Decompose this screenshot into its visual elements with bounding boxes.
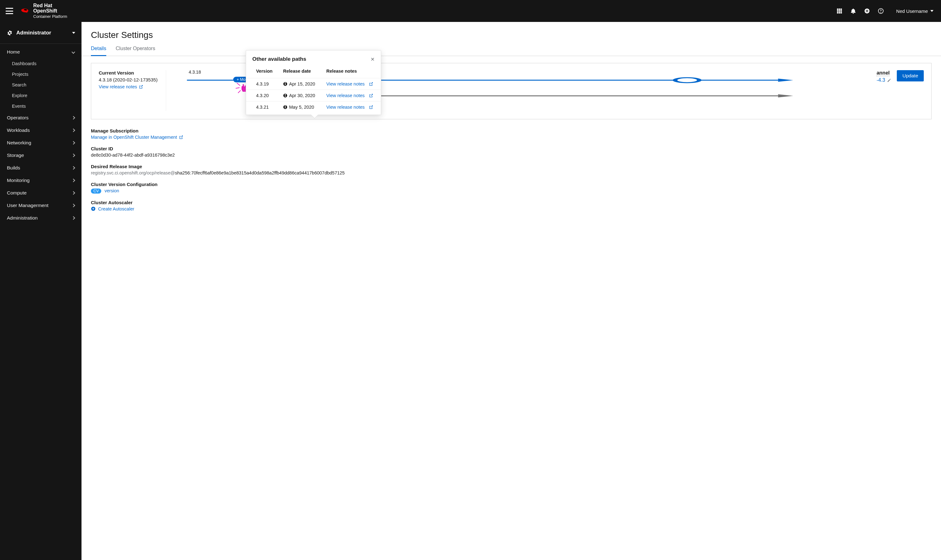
col-version: Version (246, 65, 279, 78)
brand-line3: Container Platform (33, 14, 67, 19)
cv-badge: CV (91, 189, 101, 194)
close-icon[interactable]: ✕ (370, 56, 375, 62)
globe-icon (283, 82, 287, 86)
update-button[interactable]: Update (897, 70, 924, 82)
external-link-icon (369, 105, 373, 109)
chevron-right-icon (71, 216, 75, 220)
table-row: 4.3.21May 5, 2020View release notes (246, 102, 381, 115)
col-release-date: Release date (279, 65, 322, 78)
brand[interactable]: Red Hat OpenShift Container Platform (20, 3, 67, 18)
manage-subscription-link[interactable]: Manage in OpenShift Cluster Management (91, 135, 183, 140)
row-release-notes-link[interactable]: View release notes (326, 82, 373, 86)
nav-sub-explore[interactable]: Explore (0, 90, 82, 101)
col-release-notes: Release notes (322, 65, 381, 78)
brand-line1: Red Hat (33, 3, 52, 8)
chevron-right-icon (71, 116, 75, 119)
tab-details[interactable]: Details (91, 46, 106, 56)
nav-home-label: Home (7, 49, 20, 55)
current-version-value: 4.3.18 (2020-02-12-173535) (99, 77, 158, 82)
globe-icon (283, 105, 287, 109)
chevron-right-icon (71, 128, 75, 132)
chevron-right-icon (71, 141, 75, 145)
apps-icon[interactable] (837, 8, 842, 14)
nav-sub-projects[interactable]: Projects (0, 69, 82, 80)
chevron-right-icon (71, 178, 75, 182)
nav-operators[interactable]: Operators (0, 111, 82, 124)
help-icon[interactable] (878, 8, 884, 14)
globe-icon (283, 93, 287, 98)
available-paths-popover: Other available paths ✕ Version Release … (246, 50, 381, 115)
plus-circle-icon[interactable] (864, 8, 870, 14)
nav-home[interactable]: Home (0, 46, 82, 58)
cell-date: May 5, 2020 (279, 102, 322, 115)
chevron-right-icon (71, 166, 75, 169)
nav-networking[interactable]: Networking (0, 137, 82, 149)
tab-cluster-operators[interactable]: Cluster Operators (116, 46, 155, 56)
nav-user-management[interactable]: User Managerment (0, 199, 82, 212)
gear-icon (7, 30, 12, 36)
bell-icon[interactable] (850, 8, 856, 14)
chevron-right-icon (71, 154, 75, 157)
svg-point-14 (675, 78, 699, 83)
cluster-id-heading: Cluster ID (91, 146, 932, 151)
nav-storage[interactable]: Storage (0, 149, 82, 162)
create-autoscaler-link[interactable]: Create Autoscaler (91, 206, 134, 211)
external-link-icon (179, 135, 183, 139)
current-version-label: Current Version (99, 70, 134, 75)
tabs: Details Cluster Operators (82, 46, 941, 56)
caret-down-icon (72, 32, 75, 34)
release-image-heading: Desired Release Image (91, 164, 932, 169)
table-row: 4.3.20Apr 30, 2020View release notes (246, 90, 381, 102)
cvc-heading: Cluster Version Configuration (91, 182, 932, 187)
svg-marker-10 (778, 78, 793, 82)
cell-version: 4.3.20 (246, 90, 279, 102)
channel-value[interactable]: -4.3 (876, 77, 885, 83)
nav-administration[interactable]: Administration (0, 212, 82, 224)
user-menu[interactable]: Ned Username (896, 8, 933, 14)
page-title: Cluster Settings (91, 30, 932, 40)
graph-current-version: 4.3.18 (189, 69, 201, 75)
perspective-switcher[interactable]: Administrator (0, 22, 82, 44)
popover-title: Other available paths (252, 56, 306, 62)
nav-toggle[interactable] (6, 8, 13, 14)
cluster-id-value: de8c0d30-ad78-44f2-abdf-a9316798c3e2 (91, 152, 932, 157)
masthead: Red Hat OpenShift Container Platform Ned… (0, 0, 941, 22)
nav-monitoring[interactable]: Monitoring (0, 174, 82, 187)
autoscaler-heading: Cluster Autoscaler (91, 200, 932, 205)
main-content: Cluster Settings Details Cluster Operato… (82, 22, 941, 560)
perspective-label: Administrator (16, 30, 51, 36)
edit-icon[interactable] (887, 78, 891, 82)
nav-builds[interactable]: Builds (0, 162, 82, 174)
channel-label: annel (876, 70, 890, 76)
row-release-notes-link[interactable]: View release notes (326, 105, 373, 109)
username: Ned Username (896, 8, 928, 14)
chevron-right-icon (71, 203, 75, 207)
nav-compute[interactable]: Compute (0, 187, 82, 199)
redhat-logo-icon (20, 8, 29, 14)
nav-sub-dashboards[interactable]: Dashboards (0, 58, 82, 69)
table-row: 4.3.19Apr 15, 2020View release notes (246, 78, 381, 90)
brand-line2: OpenShift (33, 8, 57, 14)
paths-table: Version Release date Release notes 4.3.1… (246, 65, 381, 115)
chevron-down-icon (71, 50, 75, 54)
version-card: Current Version 4.3.18 (2020-02-12-17353… (91, 63, 932, 119)
external-link-icon (369, 94, 373, 98)
external-link-icon (369, 82, 373, 86)
cell-date: Apr 15, 2020 (279, 78, 322, 90)
cell-version: 4.3.21 (246, 102, 279, 115)
nav-sub-events[interactable]: Events (0, 101, 82, 111)
release-notes-link[interactable]: View release notes (99, 84, 143, 89)
plus-circle-icon (91, 206, 96, 211)
nav-sub-search[interactable]: Search (0, 80, 82, 90)
cvc-link[interactable]: version (104, 188, 119, 193)
sidebar: Administrator Home Dashboards Projects S… (0, 22, 82, 560)
cell-version: 4.3.19 (246, 78, 279, 90)
nav-workloads[interactable]: Workloads (0, 124, 82, 137)
subscription-heading: Manage Subscription (91, 128, 932, 134)
cell-date: Apr 30, 2020 (279, 90, 322, 102)
caret-down-icon (930, 10, 933, 12)
svg-marker-11 (778, 94, 793, 97)
release-image-value: registry.svc.ci.openshift.org/ocp/releas… (91, 171, 932, 175)
channel-box: annel -4.3 (876, 70, 891, 83)
row-release-notes-link[interactable]: View release notes (326, 93, 373, 98)
